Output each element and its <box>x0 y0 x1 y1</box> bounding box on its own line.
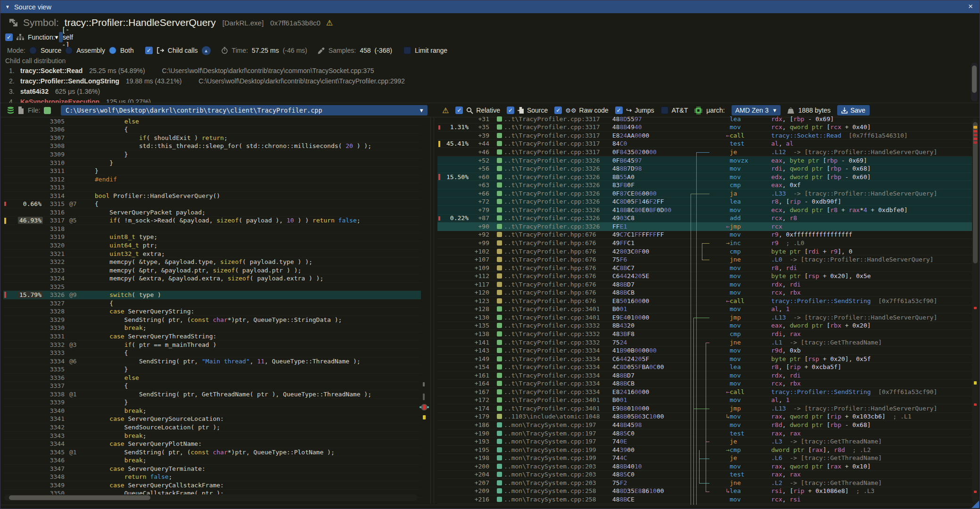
source-scrollbar[interactable] <box>421 117 427 494</box>
source-hscrollbar[interactable] <box>4 494 417 501</box>
source-line[interactable]: 3340 break; <box>3 407 421 415</box>
limit-range-label[interactable]: Limit range <box>415 47 447 54</box>
resize-grip[interactable] <box>972 501 979 508</box>
asm-row[interactable]: +174..t\TracyProfiler.cpp:3401E9B8010000… <box>437 404 973 413</box>
raw-code-toggle[interactable]: ✓ ⚙⚙ Raw code <box>554 107 609 114</box>
asm-row[interactable]: +128..t\TracyProfiler.cpp:3401B001moval,… <box>437 305 973 314</box>
source-line[interactable]: 3320 uint64_t ptr; <box>3 241 421 250</box>
asm-row[interactable]: +130..t\TracyProfiler.cpp:3401E9E4010000… <box>437 313 973 322</box>
source-line[interactable]: 3348 return false; <box>3 473 421 482</box>
source-line[interactable]: 3334@6 SendString( ptr, "Main thread", 1… <box>3 357 421 366</box>
asm-row[interactable]: +193..mon\TracySystem.cpp:197740Eje.L3 -… <box>437 437 973 446</box>
asm-row[interactable]: +207..mon\TracySystem.cpp:20375F2jne.L2 … <box>437 479 973 487</box>
asm-row[interactable]: +79..t\TracyProfiler.cpp:3326418B8C80E0B… <box>437 206 973 214</box>
asm-row[interactable]: +107..t\TracyProfiler.hpp:67675F6jne.L0 … <box>437 255 973 264</box>
source-line[interactable]: 3316 ServerQueryPacket payload; <box>3 208 421 217</box>
source-line[interactable]: 3341 case ServerQuerySourceLocation: <box>3 415 421 424</box>
assembly-scrollbar[interactable] <box>972 118 979 504</box>
relative-toggle[interactable]: ✓ Relative <box>455 107 500 114</box>
source-line[interactable]: 3325 <box>3 283 421 291</box>
source-line[interactable]: 3318 <box>3 225 421 233</box>
asm-row[interactable]: +66..t\TracyProfiler.cpp:33260F87CE06000… <box>437 189 973 198</box>
source-line[interactable]: 3305 else <box>3 117 421 126</box>
asm-row[interactable]: +195..mon\TracySystem.cpp:199443900→cmpd… <box>437 446 973 454</box>
radio-both-label[interactable]: Both <box>120 47 134 54</box>
asm-row[interactable]: +167..t\TracyProfiler.cpp:3334E824160000… <box>437 388 973 396</box>
asm-row[interactable]: +92..t\TracyProfiler.hpp:67649C7C1FFFFFF… <box>437 231 973 239</box>
source-line[interactable]: 3331 case ServerQueryThreadString: <box>3 332 421 341</box>
asm-row[interactable]: +143..t\TracyProfiler.cpp:333441B90B0000… <box>437 346 973 355</box>
source-line[interactable]: 3307 if( shouldExit ) return; <box>3 134 421 142</box>
propagate-up-button[interactable]: ▲ <box>202 46 211 55</box>
asm-row[interactable]: +179..1103\include\atomic:1048488B05B63C… <box>437 413 973 421</box>
source-pane[interactable]: 3305 else3306 {3307 if( shouldExit ) ret… <box>3 117 421 505</box>
source-line[interactable]: 3349 case ServerQueryCallstackFrame: <box>3 481 421 490</box>
source-line[interactable]: 3333 { <box>3 349 421 357</box>
child-call-row[interactable]: 3.stat64i32625 μs (1.36%) <box>0 86 971 97</box>
radio-assembly-label[interactable]: Assembly <box>76 47 105 54</box>
limit-range-checkbox[interactable]: ✓ <box>404 47 411 54</box>
child-list-scrollbar[interactable] <box>971 63 978 101</box>
asm-row[interactable]: +52..t\TracyProfiler.cpp:33260FB64597mov… <box>437 156 973 165</box>
asm-row[interactable]: +135..t\TracyProfiler.cpp:33328B4320move… <box>437 322 973 330</box>
radio-source-label[interactable]: Source <box>41 47 61 54</box>
asm-row[interactable]: +200..mon\TracySystem.cpp:203488B4010mov… <box>437 462 973 471</box>
child-call-row[interactable]: 2.tracy::Profiler::SendLongString19.88 m… <box>0 76 971 86</box>
asm-row[interactable]: 15.50%+60..t\TracyProfiler.cpp:33268B55A… <box>437 173 973 181</box>
source-line[interactable]: 3345@1 SendString( ptr, (const char*)ptr… <box>3 448 421 457</box>
radio-source[interactable] <box>29 47 37 54</box>
source-line[interactable]: 3330 break; <box>3 324 421 333</box>
uarch-combo[interactable]: AMD Zen 3 ▼ <box>732 105 781 115</box>
collapse-icon[interactable]: ▼ <box>5 4 10 9</box>
asm-row[interactable]: +216..mon\TracySystem.cpp:258488BCEmovrc… <box>437 495 973 504</box>
asm-row[interactable]: +141..t\TracyProfiler.cpp:33327524jne.L1… <box>437 338 973 347</box>
source-line[interactable]: 3346 break; <box>3 456 421 465</box>
source-line[interactable]: 3308 std::this_thread::sleep_for( std::c… <box>3 142 421 151</box>
source-line[interactable]: 3347 case ServerQueryTerminate: <box>3 465 421 473</box>
source-line[interactable]: 3335 } <box>3 365 421 374</box>
source-line[interactable]: 0.66%3315@7{ <box>3 200 421 208</box>
att-toggle[interactable]: ✓ AT&T <box>661 107 688 114</box>
source-line[interactable]: 3324 memcpy( &extra, &payload.extra, siz… <box>3 274 421 283</box>
asm-row[interactable]: +209..mon\TracySystem.cpp:258488D35E8861… <box>437 487 973 496</box>
source-line[interactable]: 3314bool Profiler::HandleServerQuery() <box>3 192 421 200</box>
child-calls-label[interactable]: Child calls <box>168 47 198 54</box>
chevron-down-icon[interactable]: ▼ <box>416 106 427 115</box>
function-checkbox[interactable]: ✓ <box>5 33 13 41</box>
asm-row[interactable]: +72..t\TracyProfiler.cpp:33264C8D05F146F… <box>437 197 973 206</box>
source-line[interactable]: 46.93%3317@5 if( !m_sock->Read( &payload… <box>3 217 421 225</box>
asm-row[interactable]: 45.41%+44..t\TracyProfiler.cpp:331784C0t… <box>437 140 973 148</box>
source-line[interactable]: 3312#endif <box>3 175 421 184</box>
radio-both[interactable] <box>109 47 116 54</box>
asm-row[interactable]: +172..t\TracyProfiler.cpp:3401B001moval,… <box>437 396 973 405</box>
source-line[interactable]: 3321 uint32_t extra; <box>3 250 421 258</box>
source-line[interactable]: 3339 } <box>3 399 421 407</box>
asm-row[interactable]: +63..t\TracyProfiler.cpp:332683F80Fcmpea… <box>437 181 973 189</box>
source-line[interactable]: 3310 } <box>3 159 421 167</box>
chevron-down-icon[interactable]: ▼ <box>769 106 780 115</box>
source-line[interactable]: 3328 case ServerQueryString: <box>3 308 421 316</box>
source-line[interactable]: 3327 { <box>3 299 421 308</box>
file-combo[interactable]: C:\Users\wolf\Desktop\darkrl\contrib\tra… <box>61 105 428 115</box>
asm-row[interactable]: +39..t\TracyProfiler.cpp:3317E824AA0000←… <box>437 131 973 140</box>
asm-row[interactable]: +112..t\TracyProfiler.hpp:676C64424205Em… <box>437 272 973 280</box>
asm-row[interactable]: +154..t\TracyProfiler.cpp:33344C8D055FBA… <box>437 363 973 371</box>
asm-row[interactable]: +164..t\TracyProfiler.cpp:3334488BCBmovr… <box>437 380 973 388</box>
close-icon[interactable]: × <box>965 1 976 12</box>
asm-row[interactable]: +117..t\TracyProfiler.hpp:676488BD7movrd… <box>437 280 973 289</box>
source-line[interactable]: 3338@1 SendString( ptr, GetThreadName( p… <box>3 390 421 399</box>
asm-row[interactable]: +99..t\TracyProfiler.hpp:67649FFC1→incr9… <box>437 239 973 247</box>
child-call-row[interactable]: 4.KeSynchronizeExecution125 us (0.27%) <box>0 97 971 103</box>
asm-row[interactable]: +204..mon\TracySystem.cpp:2034885C0testr… <box>437 471 973 479</box>
asm-row[interactable]: +31..t\TracyProfiler.cpp:3317488D5597lea… <box>437 115 973 123</box>
asm-row[interactable]: +161..t\TracyProfiler.cpp:3334488BD7movr… <box>437 371 973 380</box>
asm-row[interactable]: +46..t\TracyProfiler.cpp:33170F843502000… <box>437 148 973 156</box>
asm-row[interactable]: +138..t\TracyProfiler.cpp:3332483BF8cmpr… <box>437 330 973 338</box>
source-toggle[interactable]: ✓ Source <box>507 107 548 114</box>
save-button[interactable]: Save <box>837 105 870 115</box>
source-line[interactable]: 15.79%3326@9 switch( type ) <box>3 291 421 299</box>
chevron-down-icon[interactable]: ▼ <box>51 33 62 41</box>
child-call-row[interactable]: 1.tracy::Socket::Read25.25 ms (54.89%)C:… <box>0 66 971 76</box>
asm-row[interactable]: +120..t\TracyProfiler.hpp:676488BCBmovrc… <box>437 288 973 297</box>
source-line[interactable]: 3322 memcpy( &type, &payload.type, sizeo… <box>3 258 421 266</box>
